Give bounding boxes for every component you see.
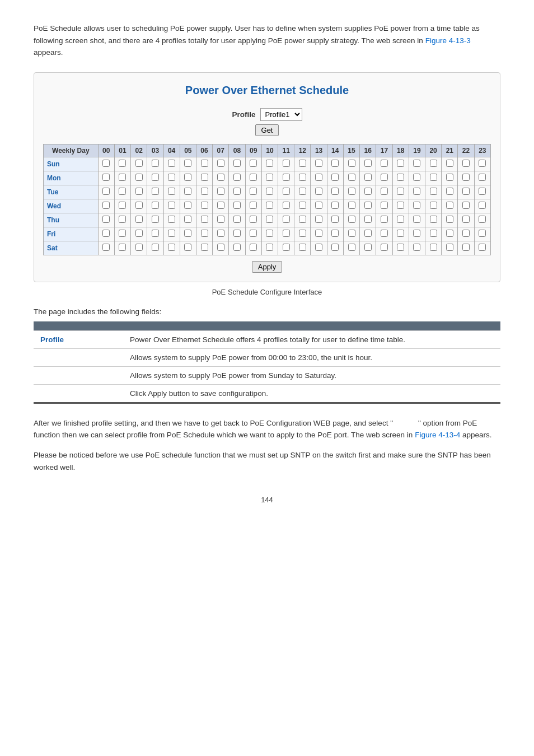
checkbox-fri-06[interactable] — [201, 230, 208, 237]
checkbox-mon-14[interactable] — [331, 174, 339, 181]
checkbox-mon-19[interactable] — [413, 174, 420, 181]
checkbox-fri-12[interactable] — [299, 230, 306, 237]
checkbox-sun-09[interactable] — [250, 160, 257, 167]
checkbox-sun-10[interactable] — [266, 160, 273, 167]
checkbox-mon-08[interactable] — [233, 174, 241, 181]
checkbox-wed-10[interactable] — [266, 202, 273, 209]
checkbox-mon-18[interactable] — [397, 174, 404, 181]
checkbox-sun-01[interactable] — [119, 160, 126, 167]
profile-select[interactable]: Profile1 Profile2 Profile3 Profile4 — [260, 108, 302, 121]
checkbox-fri-22[interactable] — [462, 230, 470, 237]
checkbox-tue-16[interactable] — [364, 188, 372, 195]
checkbox-mon-02[interactable] — [135, 174, 143, 181]
checkbox-wed-03[interactable] — [152, 202, 159, 209]
checkbox-tue-12[interactable] — [299, 188, 306, 195]
checkbox-tue-00[interactable] — [102, 188, 110, 195]
checkbox-thu-01[interactable] — [119, 216, 126, 223]
checkbox-fri-21[interactable] — [446, 230, 453, 237]
checkbox-tue-17[interactable] — [381, 188, 388, 195]
checkbox-sat-23[interactable] — [479, 244, 486, 251]
checkbox-sat-05[interactable] — [184, 244, 191, 251]
checkbox-mon-13[interactable] — [315, 174, 322, 181]
checkbox-mon-04[interactable] — [168, 174, 175, 181]
checkbox-thu-23[interactable] — [479, 216, 486, 223]
checkbox-mon-00[interactable] — [102, 174, 110, 181]
checkbox-wed-20[interactable] — [430, 202, 437, 209]
checkbox-thu-00[interactable] — [102, 216, 110, 223]
checkbox-wed-06[interactable] — [201, 202, 208, 209]
checkbox-tue-03[interactable] — [152, 188, 159, 195]
checkbox-sat-20[interactable] — [430, 244, 437, 251]
checkbox-mon-09[interactable] — [250, 174, 257, 181]
checkbox-wed-04[interactable] — [168, 202, 175, 209]
checkbox-sun-16[interactable] — [364, 160, 372, 167]
checkbox-wed-18[interactable] — [397, 202, 404, 209]
checkbox-sat-07[interactable] — [217, 244, 224, 251]
checkbox-tue-20[interactable] — [430, 188, 437, 195]
checkbox-thu-18[interactable] — [397, 216, 404, 223]
checkbox-wed-16[interactable] — [364, 202, 372, 209]
checkbox-thu-14[interactable] — [331, 216, 339, 223]
checkbox-mon-22[interactable] — [462, 174, 470, 181]
checkbox-thu-13[interactable] — [315, 216, 322, 223]
checkbox-sun-22[interactable] — [462, 160, 470, 167]
checkbox-thu-10[interactable] — [266, 216, 273, 223]
checkbox-tue-23[interactable] — [479, 188, 486, 195]
checkbox-thu-02[interactable] — [135, 216, 143, 223]
checkbox-thu-04[interactable] — [168, 216, 175, 223]
checkbox-thu-19[interactable] — [413, 216, 420, 223]
checkbox-tue-09[interactable] — [250, 188, 257, 195]
checkbox-thu-15[interactable] — [348, 216, 355, 223]
checkbox-mon-20[interactable] — [430, 174, 437, 181]
checkbox-mon-11[interactable] — [283, 174, 290, 181]
checkbox-sun-06[interactable] — [201, 160, 208, 167]
checkbox-sat-16[interactable] — [364, 244, 372, 251]
checkbox-tue-10[interactable] — [266, 188, 273, 195]
checkbox-thu-17[interactable] — [381, 216, 388, 223]
checkbox-tue-19[interactable] — [413, 188, 420, 195]
checkbox-sat-06[interactable] — [201, 244, 208, 251]
checkbox-wed-07[interactable] — [217, 202, 224, 209]
checkbox-thu-08[interactable] — [233, 216, 241, 223]
checkbox-thu-11[interactable] — [283, 216, 290, 223]
checkbox-sun-11[interactable] — [283, 160, 290, 167]
checkbox-fri-16[interactable] — [364, 230, 372, 237]
checkbox-mon-15[interactable] — [348, 174, 355, 181]
checkbox-sun-20[interactable] — [430, 160, 437, 167]
checkbox-fri-01[interactable] — [119, 230, 126, 237]
checkbox-sun-04[interactable] — [168, 160, 175, 167]
checkbox-sun-05[interactable] — [184, 160, 191, 167]
apply-button[interactable]: Apply — [252, 261, 283, 273]
checkbox-tue-18[interactable] — [397, 188, 404, 195]
checkbox-thu-09[interactable] — [250, 216, 257, 223]
checkbox-wed-01[interactable] — [119, 202, 126, 209]
checkbox-tue-05[interactable] — [184, 188, 191, 195]
checkbox-sun-17[interactable] — [381, 160, 388, 167]
checkbox-tue-04[interactable] — [168, 188, 175, 195]
checkbox-tue-02[interactable] — [135, 188, 143, 195]
checkbox-wed-21[interactable] — [446, 202, 453, 209]
checkbox-sat-22[interactable] — [462, 244, 470, 251]
checkbox-thu-20[interactable] — [430, 216, 437, 223]
checkbox-sat-03[interactable] — [152, 244, 159, 251]
checkbox-mon-03[interactable] — [152, 174, 159, 181]
checkbox-fri-04[interactable] — [168, 230, 175, 237]
checkbox-sat-12[interactable] — [299, 244, 306, 251]
checkbox-tue-06[interactable] — [201, 188, 208, 195]
checkbox-sat-14[interactable] — [331, 244, 339, 251]
checkbox-fri-02[interactable] — [135, 230, 143, 237]
checkbox-sun-00[interactable] — [102, 160, 110, 167]
checkbox-wed-13[interactable] — [315, 202, 322, 209]
checkbox-wed-12[interactable] — [299, 202, 306, 209]
checkbox-sun-23[interactable] — [479, 160, 486, 167]
checkbox-sat-10[interactable] — [266, 244, 273, 251]
checkbox-wed-05[interactable] — [184, 202, 191, 209]
checkbox-fri-09[interactable] — [250, 230, 257, 237]
checkbox-tue-07[interactable] — [217, 188, 224, 195]
checkbox-wed-14[interactable] — [331, 202, 339, 209]
checkbox-sat-09[interactable] — [250, 244, 257, 251]
checkbox-sun-18[interactable] — [397, 160, 404, 167]
checkbox-tue-14[interactable] — [331, 188, 339, 195]
checkbox-thu-06[interactable] — [201, 216, 208, 223]
checkbox-sun-08[interactable] — [233, 160, 241, 167]
